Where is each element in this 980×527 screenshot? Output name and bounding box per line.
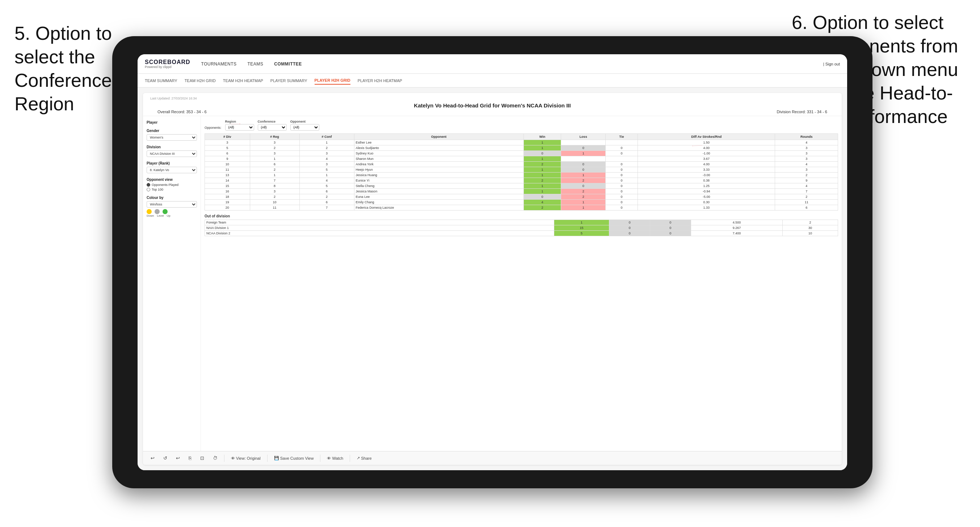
- cell-r7-c8: 9: [775, 178, 838, 183]
- cell-r10-c4: 0: [523, 194, 561, 200]
- gender-section: Gender Women's: [146, 129, 197, 141]
- cell-r6-c4: 1: [523, 173, 561, 178]
- cell-r9-c3: Jessica Mason: [354, 189, 523, 194]
- player-rank-select[interactable]: 8. Katelyn Vo: [146, 167, 197, 173]
- ood-cell-r0-c1: 1: [554, 220, 609, 225]
- conference-select[interactable]: (All): [258, 124, 287, 130]
- cell-r11-c6: 0: [605, 200, 638, 205]
- cell-r1-c0: 5: [205, 145, 250, 151]
- division-select[interactable]: NCAA Division III: [146, 151, 197, 157]
- watch-icon: 👁: [327, 456, 331, 460]
- cell-r8-c2: 5: [299, 183, 354, 189]
- save-custom-btn[interactable]: 💾 Save Custom View: [272, 455, 316, 462]
- nav-items: TOURNAMENTS TEAMS COMMITTEE: [201, 60, 823, 68]
- cell-r10-c6: 0: [605, 194, 638, 200]
- subnav-player-h2h-heatmap[interactable]: PLAYER H2H HEATMAP: [358, 77, 402, 84]
- view-original-label: View: Original: [236, 456, 261, 460]
- sign-out[interactable]: | Sign out: [823, 62, 840, 66]
- cell-r11-c3: Emily Chang: [354, 200, 523, 205]
- nav-tournaments[interactable]: TOURNAMENTS: [201, 60, 237, 68]
- region-filter: Region (All): [225, 120, 254, 130]
- sub-nav: TEAM SUMMARY TEAM H2H GRID TEAM H2H HEAT…: [138, 74, 847, 87]
- ood-cell-r2-c5: 10: [783, 231, 838, 236]
- subnav-team-h2h-heatmap[interactable]: TEAM H2H HEATMAP: [223, 77, 263, 84]
- view-original-btn[interactable]: 👁 View: Original: [229, 455, 263, 462]
- cell-r3-c2: 4: [299, 156, 354, 162]
- nav-teams[interactable]: TEAMS: [248, 60, 264, 68]
- filter-row: Opponents: Region (All) Conference (: [205, 120, 838, 130]
- colour-by-select[interactable]: Win/loss: [146, 201, 197, 208]
- cell-r3-c6: [605, 156, 638, 162]
- colour-dot-up: [162, 209, 168, 214]
- region-select[interactable]: (All): [225, 124, 254, 130]
- gender-select[interactable]: Women's: [146, 134, 197, 141]
- cell-r9-c4: 1: [523, 189, 561, 194]
- share-icon: ↗: [356, 456, 360, 460]
- cell-r1-c4: 1: [523, 145, 561, 151]
- cell-r12-c4: 2: [523, 205, 561, 211]
- gender-label: Gender: [146, 129, 197, 133]
- undo-btn[interactable]: ↩: [148, 454, 157, 462]
- cell-r2-c2: 3: [299, 151, 354, 156]
- records-row: Overall Record: 353 - 34 - 6 Division Re…: [150, 110, 834, 114]
- clock-btn[interactable]: ⏱: [211, 454, 220, 462]
- radio-top-100[interactable]: Top 100: [146, 188, 197, 191]
- share-btn[interactable]: ↗ Share: [355, 455, 374, 462]
- subnav-player-h2h-grid[interactable]: PLAYER H2H GRID: [315, 77, 350, 85]
- colour-label-level: Level: [157, 214, 164, 217]
- colour-labels: Down Level Up: [146, 214, 197, 217]
- ood-cell-r1-c0: NAIA Division 1: [205, 225, 554, 231]
- cell-r10-c1: 2: [250, 194, 299, 200]
- undo2-btn[interactable]: ↩: [174, 454, 182, 462]
- nav-right: | Sign out: [823, 62, 840, 66]
- logo-text: SCOREBOARD: [145, 59, 191, 65]
- cell-r5-c4: 1: [523, 167, 561, 173]
- subnav-team-summary[interactable]: TEAM SUMMARY: [145, 77, 177, 84]
- cell-r7-c2: 4: [299, 178, 354, 183]
- table-row: 1636Jessica Mason120-0.947: [205, 189, 838, 194]
- table-row: 1822Euna Lee020-5.002: [205, 194, 838, 200]
- cell-r1-c1: 2: [250, 145, 299, 151]
- cell-r4-c6: 0: [605, 162, 638, 167]
- opponent-select[interactable]: (All): [290, 124, 319, 130]
- redo-btn[interactable]: ↺: [161, 454, 169, 462]
- table-row: 914Sharon Mun13.673: [205, 156, 838, 162]
- cell-r4-c4: 2: [523, 162, 561, 167]
- opponent-filter: Opponent (All): [290, 120, 319, 130]
- cell-r10-c3: Euna Lee: [354, 194, 523, 200]
- cell-r10-c0: 18: [205, 194, 250, 200]
- toolbar-sep-4: [350, 455, 350, 462]
- division-record: Division Record: 331 - 34 - 6: [777, 110, 827, 114]
- subnav-player-summary[interactable]: PLAYER SUMMARY: [270, 77, 307, 84]
- watch-btn[interactable]: 👁 Watch: [325, 455, 345, 462]
- cell-r3-c4: 1: [523, 156, 561, 162]
- card-body: Player Gender Women's Division NCAA Divi…: [143, 116, 842, 451]
- player-rank-label: Player (Rank): [146, 161, 197, 165]
- cell-r11-c1: 10: [250, 200, 299, 205]
- copy-btn[interactable]: ⎘: [186, 454, 194, 462]
- cell-r2-c5: 1: [561, 151, 606, 156]
- cell-r3-c8: 3: [775, 156, 838, 162]
- cell-r7-c7: 0.38: [638, 178, 775, 183]
- table-area: Opponents: Region (All) Conference (: [201, 116, 842, 451]
- cell-r2-c0: 6: [205, 151, 250, 156]
- grid-title: Katelyn Vo Head-to-Head Grid for Women's…: [150, 102, 834, 108]
- ood-cell-r1-c1: 15: [554, 225, 609, 231]
- radio-opponents-played[interactable]: Opponents Played: [146, 183, 197, 187]
- th-conf: # Conf: [299, 134, 354, 140]
- ood-row: NCAA Division 25007.40010: [205, 231, 838, 236]
- subnav-team-h2h-grid[interactable]: TEAM H2H GRID: [185, 77, 216, 84]
- cell-r9-c7: -0.94: [638, 189, 775, 194]
- table-row: 1063Andrea York2004.004: [205, 162, 838, 167]
- cell-r7-c0: 14: [205, 178, 250, 183]
- table-row: 1125Heejo Hyun1003.333: [205, 167, 838, 173]
- nav-committee[interactable]: COMMITTEE: [274, 60, 302, 68]
- ood-cell-r0-c3: 0: [650, 220, 691, 225]
- cell-r0-c6: [605, 140, 638, 145]
- cell-r7-c4: 2: [523, 178, 561, 183]
- radio-label-played: Opponents Played: [152, 183, 178, 187]
- cell-r5-c1: 2: [250, 167, 299, 173]
- cell-r11-c8: 11: [775, 200, 838, 205]
- paste-btn[interactable]: ⊡: [198, 454, 206, 462]
- cell-r6-c6: 0: [605, 173, 638, 178]
